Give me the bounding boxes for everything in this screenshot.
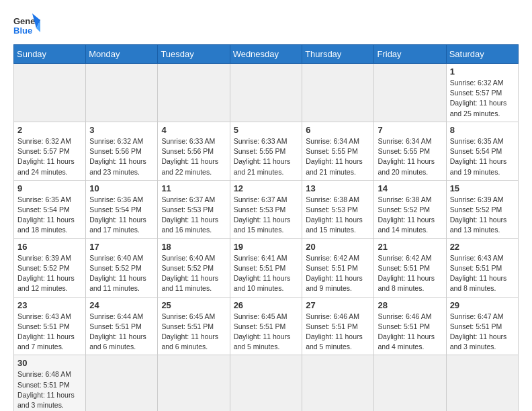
day-number: 27 <box>306 300 370 310</box>
calendar-header-row: SundayMondayTuesdayWednesdayThursdayFrid… <box>14 45 519 64</box>
day-number: 26 <box>234 300 299 310</box>
column-header-monday: Monday <box>86 45 158 64</box>
calendar-week-4: 23Sunrise: 6:43 AMSunset: 5:51 PMDayligh… <box>14 297 519 355</box>
calendar-cell: 11Sunrise: 6:37 AMSunset: 5:53 PMDayligh… <box>158 180 230 238</box>
day-info: Sunrise: 6:44 AMSunset: 5:51 PMDaylight:… <box>89 312 154 353</box>
day-info: Sunrise: 6:33 AMSunset: 5:55 PMDaylight:… <box>234 136 299 177</box>
calendar-week-2: 9Sunrise: 6:35 AMSunset: 5:54 PMDaylight… <box>14 180 519 238</box>
calendar-cell: 20Sunrise: 6:42 AMSunset: 5:51 PMDayligh… <box>302 238 374 297</box>
column-header-saturday: Saturday <box>446 45 518 64</box>
calendar-cell <box>158 64 230 122</box>
calendar-week-5: 30Sunrise: 6:48 AMSunset: 5:51 PMDayligh… <box>14 355 519 411</box>
column-header-wednesday: Wednesday <box>230 45 302 64</box>
calendar-cell: 4Sunrise: 6:33 AMSunset: 5:56 PMDaylight… <box>158 122 230 180</box>
day-info: Sunrise: 6:39 AMSunset: 5:52 PMDaylight:… <box>450 195 515 236</box>
day-number: 13 <box>306 183 370 193</box>
day-info: Sunrise: 6:38 AMSunset: 5:53 PMDaylight:… <box>306 195 370 236</box>
calendar-cell: 7Sunrise: 6:34 AMSunset: 5:55 PMDaylight… <box>374 122 446 180</box>
calendar-cell: 8Sunrise: 6:35 AMSunset: 5:54 PMDaylight… <box>446 122 518 180</box>
calendar-cell: 18Sunrise: 6:40 AMSunset: 5:52 PMDayligh… <box>158 238 230 297</box>
day-number: 11 <box>161 183 226 193</box>
calendar-cell: 17Sunrise: 6:40 AMSunset: 5:52 PMDayligh… <box>86 238 158 297</box>
day-number: 20 <box>306 242 370 252</box>
calendar-cell <box>86 355 158 411</box>
calendar-week-1: 2Sunrise: 6:32 AMSunset: 5:57 PMDaylight… <box>14 122 519 180</box>
day-info: Sunrise: 6:32 AMSunset: 5:57 PMDaylight:… <box>17 136 82 177</box>
day-number: 25 <box>161 300 226 310</box>
calendar-cell: 28Sunrise: 6:46 AMSunset: 5:51 PMDayligh… <box>374 297 446 355</box>
calendar-cell: 25Sunrise: 6:45 AMSunset: 5:51 PMDayligh… <box>158 297 230 355</box>
calendar-cell <box>374 355 446 411</box>
calendar-cell <box>374 64 446 122</box>
calendar-cell: 12Sunrise: 6:37 AMSunset: 5:53 PMDayligh… <box>230 180 302 238</box>
calendar-cell: 22Sunrise: 6:43 AMSunset: 5:51 PMDayligh… <box>446 238 518 297</box>
calendar-cell: 30Sunrise: 6:48 AMSunset: 5:51 PMDayligh… <box>14 355 86 411</box>
day-info: Sunrise: 6:35 AMSunset: 5:54 PMDaylight:… <box>17 195 82 236</box>
day-number: 14 <box>378 183 442 193</box>
day-number: 17 <box>89 242 154 252</box>
logo-icon: General Blue <box>13 13 40 38</box>
calendar-cell: 15Sunrise: 6:39 AMSunset: 5:52 PMDayligh… <box>446 180 518 238</box>
calendar-cell <box>446 355 518 411</box>
day-info: Sunrise: 6:39 AMSunset: 5:52 PMDaylight:… <box>17 253 82 294</box>
logo: General Blue <box>13 13 40 38</box>
calendar-cell: 10Sunrise: 6:36 AMSunset: 5:54 PMDayligh… <box>86 180 158 238</box>
day-number: 19 <box>234 242 299 252</box>
day-number: 21 <box>378 242 442 252</box>
day-info: Sunrise: 6:32 AMSunset: 5:56 PMDaylight:… <box>89 136 154 177</box>
day-number: 7 <box>378 125 442 135</box>
day-info: Sunrise: 6:32 AMSunset: 5:57 PMDaylight:… <box>450 78 515 119</box>
calendar-cell: 23Sunrise: 6:43 AMSunset: 5:51 PMDayligh… <box>14 297 86 355</box>
calendar-cell <box>230 64 302 122</box>
day-number: 28 <box>378 300 442 310</box>
calendar-cell <box>14 64 86 122</box>
day-number: 3 <box>89 125 154 135</box>
day-number: 12 <box>234 183 299 193</box>
day-number: 18 <box>161 242 226 252</box>
day-info: Sunrise: 6:34 AMSunset: 5:55 PMDaylight:… <box>306 136 370 177</box>
day-number: 4 <box>161 125 226 135</box>
header: General Blue <box>13 13 519 38</box>
day-number: 16 <box>17 242 82 252</box>
day-info: Sunrise: 6:41 AMSunset: 5:51 PMDaylight:… <box>234 253 299 294</box>
day-number: 10 <box>89 183 154 193</box>
day-info: Sunrise: 6:40 AMSunset: 5:52 PMDaylight:… <box>89 253 154 294</box>
day-number: 30 <box>17 358 82 368</box>
calendar-cell <box>158 355 230 411</box>
column-header-tuesday: Tuesday <box>158 45 230 64</box>
calendar-cell: 19Sunrise: 6:41 AMSunset: 5:51 PMDayligh… <box>230 238 302 297</box>
calendar-cell: 26Sunrise: 6:45 AMSunset: 5:51 PMDayligh… <box>230 297 302 355</box>
calendar-cell <box>302 355 374 411</box>
day-info: Sunrise: 6:43 AMSunset: 5:51 PMDaylight:… <box>17 312 82 353</box>
calendar-cell: 24Sunrise: 6:44 AMSunset: 5:51 PMDayligh… <box>86 297 158 355</box>
day-number: 9 <box>17 183 82 193</box>
day-number: 22 <box>450 242 515 252</box>
calendar-cell: 21Sunrise: 6:42 AMSunset: 5:51 PMDayligh… <box>374 238 446 297</box>
day-number: 8 <box>450 125 515 135</box>
day-number: 5 <box>234 125 299 135</box>
calendar-week-0: 1Sunrise: 6:32 AMSunset: 5:57 PMDaylight… <box>14 64 519 122</box>
day-info: Sunrise: 6:47 AMSunset: 5:51 PMDaylight:… <box>450 312 515 353</box>
day-info: Sunrise: 6:34 AMSunset: 5:55 PMDaylight:… <box>378 136 442 177</box>
day-info: Sunrise: 6:36 AMSunset: 5:54 PMDaylight:… <box>89 195 154 236</box>
svg-text:Blue: Blue <box>13 26 32 36</box>
day-info: Sunrise: 6:45 AMSunset: 5:51 PMDaylight:… <box>234 312 299 353</box>
day-info: Sunrise: 6:37 AMSunset: 5:53 PMDaylight:… <box>161 195 226 236</box>
column-header-friday: Friday <box>374 45 446 64</box>
column-header-sunday: Sunday <box>14 45 86 64</box>
day-number: 15 <box>450 183 515 193</box>
calendar-cell <box>302 64 374 122</box>
day-info: Sunrise: 6:42 AMSunset: 5:51 PMDaylight:… <box>378 253 442 294</box>
day-info: Sunrise: 6:37 AMSunset: 5:53 PMDaylight:… <box>234 195 299 236</box>
calendar-cell <box>230 355 302 411</box>
day-number: 6 <box>306 125 370 135</box>
day-number: 1 <box>450 66 515 77</box>
day-info: Sunrise: 6:40 AMSunset: 5:52 PMDaylight:… <box>161 253 226 294</box>
day-info: Sunrise: 6:46 AMSunset: 5:51 PMDaylight:… <box>306 312 370 353</box>
day-info: Sunrise: 6:38 AMSunset: 5:52 PMDaylight:… <box>378 195 442 236</box>
calendar-cell: 9Sunrise: 6:35 AMSunset: 5:54 PMDaylight… <box>14 180 86 238</box>
day-number: 29 <box>450 300 515 310</box>
calendar-cell: 5Sunrise: 6:33 AMSunset: 5:55 PMDaylight… <box>230 122 302 180</box>
day-number: 24 <box>89 300 154 310</box>
calendar-cell: 27Sunrise: 6:46 AMSunset: 5:51 PMDayligh… <box>302 297 374 355</box>
